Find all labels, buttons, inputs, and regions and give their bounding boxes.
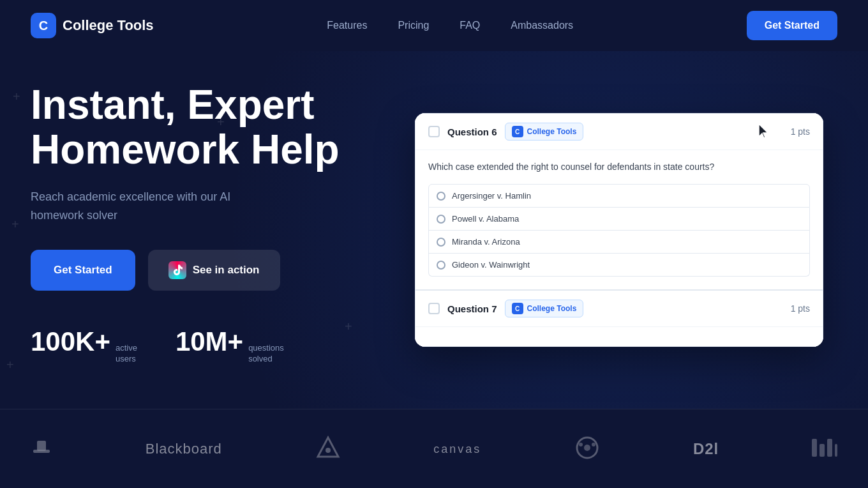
partner-d2l: D2l xyxy=(693,440,719,458)
nav-get-started-button[interactable]: Get Started xyxy=(747,11,837,40)
partners-row: Blackboard canvas D2l xyxy=(31,435,837,463)
hero-quiz-visual: Question 6 C College Tools 1 pts Which c… xyxy=(401,100,837,347)
logo-text: College Tools xyxy=(63,17,154,34)
nav-faq[interactable]: FAQ xyxy=(460,20,480,31)
svg-rect-9 xyxy=(819,444,825,457)
quiz-card-2: Question 7 C College Tools 1 pts xyxy=(415,290,823,347)
college-tools-badge-2: C College Tools xyxy=(505,300,584,317)
quiz-options-1: Argersinger v. Hamlin Powell v. Alabama … xyxy=(428,184,810,277)
hero-title: Instant, Expert Homework Help xyxy=(31,82,401,172)
logo-icon: C xyxy=(31,13,56,38)
quiz-question-text-1: Which case extended the right to counsel… xyxy=(428,160,810,174)
partner-other xyxy=(812,439,837,459)
quiz-checkbox-2[interactable] xyxy=(428,303,440,314)
stat-questions: 10M+ questions solved xyxy=(176,326,284,365)
tophat-icon xyxy=(31,438,52,460)
svg-point-7 xyxy=(592,443,595,446)
partner-bars-icon xyxy=(812,439,837,457)
svg-rect-8 xyxy=(812,439,817,457)
hero-get-started-button[interactable]: Get Started xyxy=(31,250,135,291)
svg-point-6 xyxy=(579,443,583,446)
badge-logo-1: C xyxy=(512,126,523,137)
svg-marker-2 xyxy=(318,438,338,457)
cursor-icon xyxy=(756,123,772,141)
deco-plus-3: + xyxy=(11,217,19,232)
quiz-card-1-header: Question 6 C College Tools 1 pts xyxy=(415,114,823,150)
nav-features[interactable]: Features xyxy=(327,20,367,31)
quiz-option-label-1-b: Powell v. Alabama xyxy=(452,214,519,224)
svg-point-5 xyxy=(584,445,590,451)
quiz-card-2-header-left: Question 7 C College Tools xyxy=(428,300,583,317)
quiz-question-label-1: Question 6 xyxy=(447,126,497,137)
badge-logo-2: C xyxy=(512,303,523,314)
stat-questions-number: 10M+ xyxy=(176,326,243,357)
radio-1-b xyxy=(437,215,445,224)
badge-text-2: College Tools xyxy=(527,304,577,313)
deco-plus-1: + xyxy=(13,89,20,104)
stat-users-label: active users xyxy=(116,343,137,365)
quiz-card-1-header-left: Question 6 C College Tools xyxy=(428,123,583,141)
quiz-pts-1: 1 pts xyxy=(791,126,810,137)
quiz-question-label-2: Question 7 xyxy=(447,303,497,314)
radio-1-a xyxy=(437,192,445,201)
quiz-card-2-header: Question 7 C College Tools 1 pts xyxy=(415,291,823,327)
partners-section: Blackboard canvas D2l xyxy=(0,409,868,488)
partner-instructure xyxy=(315,435,341,463)
nav-links: Features Pricing FAQ Ambassadors xyxy=(327,20,573,31)
quiz-option-label-1-a: Argersinger v. Hamlin xyxy=(452,191,531,201)
hero-section: + + + + + Instant, Expert Homework Help … xyxy=(0,51,868,409)
logo-link[interactable]: C College Tools xyxy=(31,13,154,38)
svg-rect-11 xyxy=(835,444,837,457)
quiz-option-label-1-d: Gideon v. Wainwright xyxy=(452,260,530,270)
radio-1-d xyxy=(437,261,445,270)
quiz-option-1-a[interactable]: Argersinger v. Hamlin xyxy=(428,184,810,208)
tiktok-icon xyxy=(168,261,186,279)
stat-users: 100K+ active users xyxy=(31,326,137,365)
svg-point-3 xyxy=(326,448,331,453)
radio-1-c xyxy=(437,238,445,247)
quiz-option-1-c[interactable]: Miranda v. Arizona xyxy=(428,231,810,254)
partner-canvas: canvas xyxy=(433,443,481,456)
hero-see-in-action-button[interactable]: See in action xyxy=(148,250,280,291)
quiz-pts-2: 1 pts xyxy=(791,303,810,314)
nav-ambassadors[interactable]: Ambassadors xyxy=(511,20,573,31)
navbar: C College Tools Features Pricing FAQ Amb… xyxy=(0,0,868,51)
svg-rect-10 xyxy=(827,439,832,457)
partner-circle-icon xyxy=(574,435,600,461)
hero-subtitle: Reach academic excellence with our AI ho… xyxy=(31,188,273,225)
svg-rect-1 xyxy=(37,441,46,451)
see-in-action-label: See in action xyxy=(193,264,260,277)
quiz-option-label-1-c: Miranda v. Arizona xyxy=(452,237,520,247)
hero-stats: 100K+ active users 10M+ questions solved xyxy=(31,326,401,365)
nav-pricing[interactable]: Pricing xyxy=(398,20,429,31)
hero-content: Instant, Expert Homework Help Reach acad… xyxy=(31,82,401,365)
instructure-icon xyxy=(315,435,341,461)
deco-plus-5: + xyxy=(6,358,14,372)
college-tools-badge-1: C College Tools xyxy=(505,123,584,141)
stat-questions-label: questions solved xyxy=(248,343,284,365)
quiz-checkbox-1[interactable] xyxy=(428,126,440,137)
hero-buttons: Get Started See in action xyxy=(31,250,401,291)
logo-letter: C xyxy=(39,19,48,33)
quiz-container: Question 6 C College Tools 1 pts Which c… xyxy=(415,113,823,347)
stat-users-number: 100K+ xyxy=(31,326,110,357)
quiz-card-1-body: Which case extended the right to counsel… xyxy=(415,150,823,289)
quiz-card-2-body-partial xyxy=(415,327,823,346)
quiz-option-1-b[interactable]: Powell v. Alabama xyxy=(428,208,810,231)
partner-blackboard: Blackboard xyxy=(146,441,222,457)
quiz-option-1-d[interactable]: Gideon v. Wainwright xyxy=(428,254,810,277)
badge-text-1: College Tools xyxy=(527,127,577,136)
quiz-card-1: Question 6 C College Tools 1 pts Which c… xyxy=(415,113,823,290)
partner-tophat xyxy=(31,438,52,460)
partner-unknown-circle xyxy=(574,435,600,463)
